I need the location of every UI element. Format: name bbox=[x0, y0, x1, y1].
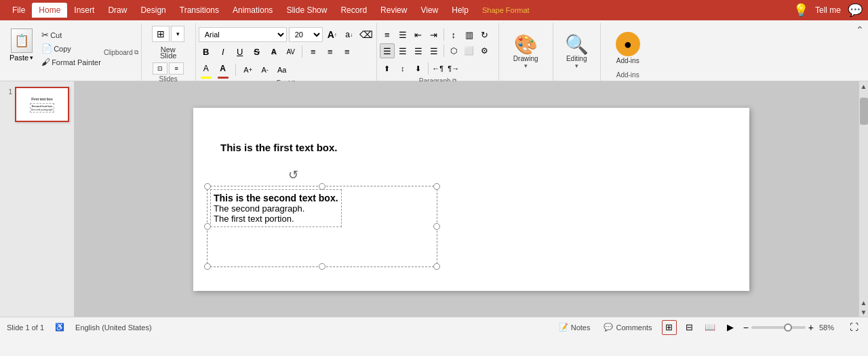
rtl-button[interactable]: ←¶ bbox=[431, 61, 446, 76]
language-text: English (United States) bbox=[75, 323, 152, 332]
drawing-dropdown-icon[interactable]: ▾ bbox=[524, 62, 528, 69]
paste-button[interactable]: 📋 Paste ▾ bbox=[5, 26, 37, 64]
italic-button[interactable]: I bbox=[216, 44, 231, 59]
duplicate-slide-button[interactable]: ⊡ bbox=[153, 62, 167, 75]
vertical-align-top[interactable]: ⬆ bbox=[380, 61, 395, 76]
handle-mid-right[interactable] bbox=[433, 223, 440, 230]
zoom-in-icon[interactable]: + bbox=[808, 322, 814, 333]
align-left-para-button[interactable]: ☰ bbox=[380, 43, 395, 58]
menu-file[interactable]: File bbox=[5, 3, 32, 18]
menu-draw[interactable]: Draw bbox=[101, 3, 134, 18]
subscript-button[interactable]: A- bbox=[258, 62, 273, 77]
increase-indent-button[interactable]: ⇥ bbox=[427, 27, 441, 42]
num-list-button[interactable]: ☰ bbox=[395, 27, 410, 42]
slide-thumbnail-1[interactable]: 1 First text box Second text box Second … bbox=[3, 87, 71, 122]
strikethrough-button[interactable]: S bbox=[250, 44, 264, 59]
slide-section-button[interactable]: ≡ bbox=[169, 62, 184, 75]
menu-help[interactable]: Help bbox=[445, 3, 475, 18]
drawing-group: 🎨 Drawing ▾ bbox=[499, 23, 553, 81]
scroll-track[interactable] bbox=[859, 91, 869, 298]
textbox2[interactable]: This is the second text box. The second … bbox=[210, 189, 342, 227]
font-name-select[interactable]: Arial bbox=[199, 27, 287, 42]
menu-design[interactable]: Design bbox=[134, 3, 172, 18]
cut-button[interactable]: ✂ Cut bbox=[39, 28, 104, 41]
scroll-up-button[interactable]: ▲ bbox=[859, 81, 869, 91]
handle-bot-mid[interactable] bbox=[319, 263, 326, 270]
underline-button[interactable]: U bbox=[233, 44, 248, 59]
editing-dropdown-icon[interactable]: ▾ bbox=[575, 62, 578, 69]
clear-format-button[interactable]: ⌫ bbox=[359, 27, 374, 42]
decrease-font-button[interactable]: a↓ bbox=[342, 27, 357, 42]
rotate-handle[interactable]: ↺ bbox=[288, 167, 298, 182]
ltr-button[interactable]: ¶→ bbox=[446, 61, 461, 76]
reading-view-button[interactable]: 📖 bbox=[703, 320, 717, 335]
align-left-button[interactable]: ≡ bbox=[306, 44, 321, 59]
slide-sorter-button[interactable]: ⊟ bbox=[682, 320, 697, 335]
zoom-out-icon[interactable]: − bbox=[743, 322, 749, 333]
slideshow-view-button[interactable]: ▶ bbox=[723, 320, 738, 335]
handle-bot-right[interactable] bbox=[433, 263, 440, 270]
align-right-para-button[interactable]: ☰ bbox=[411, 43, 426, 58]
vertical-align-bot[interactable]: ⬇ bbox=[411, 61, 426, 76]
column-button[interactable]: ▥ bbox=[462, 27, 477, 42]
scroll-down-1[interactable]: ▲ bbox=[859, 298, 869, 307]
menu-view[interactable]: View bbox=[414, 3, 445, 18]
copy-button[interactable]: 📄 Copy bbox=[39, 42, 104, 55]
menu-insert[interactable]: Insert bbox=[67, 3, 101, 18]
slide-preview-1[interactable]: First text box Second text box Second pa… bbox=[15, 87, 69, 122]
notes-button[interactable]: 📝 Notes bbox=[555, 321, 595, 333]
comments-button[interactable]: 💬 Comments bbox=[599, 321, 656, 333]
tell-me[interactable]: Tell me bbox=[815, 5, 841, 15]
fit-slide-button[interactable]: ⛶ bbox=[846, 320, 861, 335]
comments-icon[interactable]: 💬 bbox=[848, 3, 863, 18]
layout-button[interactable]: ⊞ bbox=[152, 26, 170, 42]
editing-button[interactable]: 🔍 Editing ▾ bbox=[559, 33, 594, 72]
handle-top-right[interactable] bbox=[433, 183, 440, 190]
menu-review[interactable]: Review bbox=[374, 3, 414, 18]
zoom-thumb[interactable] bbox=[784, 323, 792, 332]
menu-home[interactable]: Home bbox=[32, 3, 67, 18]
align-right-button[interactable]: ≡ bbox=[340, 44, 355, 59]
change-case-button[interactable]: Aa bbox=[275, 62, 290, 77]
layout-dropdown-button[interactable]: ▾ bbox=[171, 26, 184, 42]
vertical-align-mid[interactable]: ↕ bbox=[395, 61, 410, 76]
scroll-thumb[interactable] bbox=[860, 98, 868, 125]
menu-transitions[interactable]: Transitions bbox=[173, 3, 226, 18]
bold-button[interactable]: B bbox=[199, 44, 214, 59]
scroll-down-2[interactable]: ▼ bbox=[859, 307, 869, 317]
smart-art-button[interactable]: ⬡ bbox=[446, 43, 461, 58]
bullet-list-button[interactable]: ≡ bbox=[380, 27, 395, 42]
format-painter-button[interactable]: 🖌 Format Painter bbox=[39, 56, 104, 68]
char-spacing-button[interactable]: AV bbox=[283, 44, 298, 59]
lightbulb-icon[interactable]: 💡 bbox=[793, 3, 808, 18]
drawing-button[interactable]: 🎨 Drawing ▾ bbox=[508, 33, 544, 72]
addins-button[interactable]: ● Add-ins bbox=[610, 29, 646, 67]
justify-para-button[interactable]: ☰ bbox=[427, 43, 441, 58]
menu-slideshow[interactable]: Slide Show bbox=[279, 3, 334, 18]
align-center-button[interactable]: ≡ bbox=[323, 44, 338, 59]
menu-animations[interactable]: Animations bbox=[226, 3, 279, 18]
text-box-button[interactable]: ⬜ bbox=[462, 43, 477, 58]
font-color-button[interactable]: A bbox=[216, 61, 231, 79]
clipboard-expand-icon[interactable]: ⧉ bbox=[134, 49, 138, 56]
normal-view-button[interactable]: ⊞ bbox=[662, 320, 677, 335]
text-shadow-button[interactable]: A bbox=[267, 44, 281, 59]
menu-record[interactable]: Record bbox=[334, 3, 374, 18]
increase-font-button[interactable]: A↑ bbox=[325, 27, 340, 42]
handle-bot-left[interactable] bbox=[204, 263, 211, 270]
line-spacing-button[interactable]: ↕ bbox=[446, 27, 461, 42]
textbox1[interactable]: This is the first text box. bbox=[220, 142, 338, 153]
para-settings-button[interactable]: ⚙ bbox=[477, 43, 492, 58]
highlight-color-button[interactable]: A bbox=[199, 61, 214, 79]
align-center-para-button[interactable]: ☰ bbox=[395, 43, 410, 58]
menu-shape-format[interactable]: Shape Format bbox=[475, 3, 536, 17]
zoom-slider[interactable] bbox=[751, 326, 806, 329]
font-size-select[interactable]: 20 bbox=[289, 27, 323, 42]
accessibility-button[interactable]: ♿ bbox=[51, 321, 68, 333]
decrease-indent-button[interactable]: ⇤ bbox=[411, 27, 426, 42]
superscript-button[interactable]: A+ bbox=[241, 62, 256, 77]
text-direction-button[interactable]: ↻ bbox=[477, 27, 492, 42]
paste-dropdown-icon[interactable]: ▾ bbox=[30, 54, 33, 61]
slide-canvas[interactable]: This is the first text box. ↺ This is th… bbox=[193, 108, 749, 291]
collapse-ribbon-button[interactable]: ⌃ bbox=[856, 24, 864, 35]
